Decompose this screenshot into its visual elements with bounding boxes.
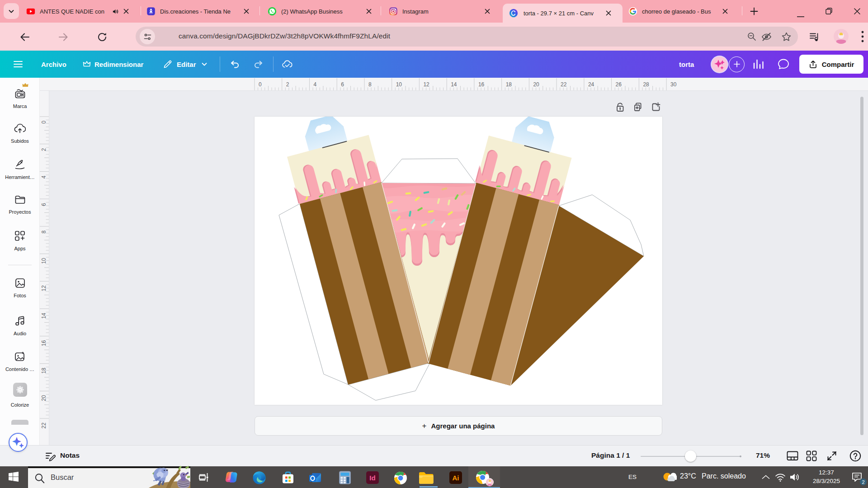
svg-text:16: 16 [41, 340, 47, 347]
svg-text:0: 0 [259, 81, 262, 88]
svg-text:2: 2 [286, 81, 289, 88]
svg-text:4: 4 [41, 175, 47, 178]
svg-text:28: 28 [643, 81, 649, 88]
svg-text:20: 20 [533, 81, 539, 88]
svg-text:10: 10 [396, 81, 402, 88]
svg-text:24: 24 [588, 81, 594, 88]
svg-text:0: 0 [41, 121, 47, 124]
svg-text:22: 22 [41, 422, 47, 429]
svg-text:30: 30 [670, 81, 677, 88]
svg-text:18: 18 [41, 367, 47, 374]
svg-text:20: 20 [41, 395, 47, 401]
svg-text:4: 4 [314, 81, 317, 88]
svg-text:12: 12 [41, 285, 47, 291]
svg-text:10: 10 [41, 258, 47, 264]
svg-text:26: 26 [616, 81, 622, 88]
svg-text:12: 12 [423, 81, 429, 88]
svg-text:2: 2 [41, 148, 47, 151]
svg-text:14: 14 [451, 81, 457, 88]
svg-text:8: 8 [368, 81, 372, 88]
svg-text:18: 18 [506, 81, 512, 88]
svg-text:16: 16 [478, 81, 485, 88]
svg-text:14: 14 [41, 313, 47, 319]
svg-text:6: 6 [41, 203, 47, 206]
svg-text:8: 8 [41, 230, 47, 234]
svg-text:6: 6 [341, 81, 344, 88]
svg-text:22: 22 [561, 81, 567, 88]
